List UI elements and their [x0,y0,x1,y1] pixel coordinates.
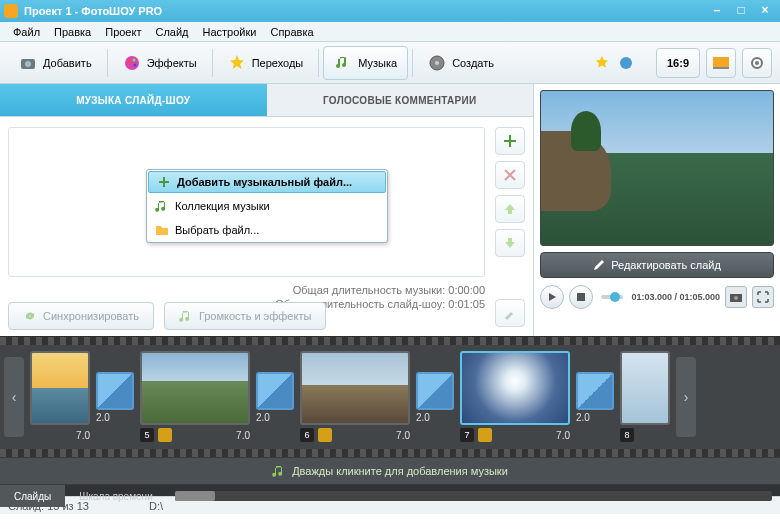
sync-button[interactable]: Синхронизировать [8,302,154,330]
remove-music-button[interactable] [495,161,525,189]
edit-icon [158,428,172,442]
maximize-button[interactable]: □ [730,3,752,19]
timeline-scrollbar[interactable] [175,491,772,501]
minimize-button[interactable]: – [706,3,728,19]
preview-panel [540,90,774,246]
music-button[interactable]: Музыка [323,46,408,80]
aspect-ratio-button[interactable]: 16:9 [656,48,700,78]
slide-item[interactable]: 67.0 [300,351,410,443]
dropdown-add-file[interactable]: Добавить музыкальный файл... [148,171,386,193]
close-button[interactable]: × [754,3,776,19]
folder-icon [155,223,169,237]
music-area: Добавить музыкальный файл... Коллекция м… [0,116,533,336]
svg-point-1 [25,61,31,67]
arrow-down-icon [503,236,517,250]
display-button[interactable] [706,48,736,78]
create-button[interactable]: Создать [417,46,505,80]
x-icon [503,168,517,182]
menu-slide[interactable]: Слайд [148,26,195,38]
sync-icon [23,309,37,323]
slide-item[interactable]: 57.0 [140,351,250,443]
slide-item[interactable]: 77.0 [460,351,570,443]
window-title: Проект 1 - ФотоШОУ PRO [24,5,162,17]
fullscreen-icon [757,291,769,303]
palette-icon [123,54,141,72]
transitions-button[interactable]: Переходы [217,46,315,80]
volume-effects-button[interactable]: Громкость и эффекты [164,302,326,330]
edit-slide-button[interactable]: Редактировать слайд [540,252,774,278]
add-music-dropdown: Добавить музыкальный файл... Коллекция м… [146,169,388,243]
svg-rect-9 [713,57,729,67]
monitor-icon [713,57,729,69]
menu-file[interactable]: Файл [6,26,47,38]
music-subtabs: МУЗЫКА СЛАЙД-ШОУ ГОЛОСОВЫЕ КОММЕНТАРИИ [0,84,533,116]
move-up-button[interactable] [495,195,525,223]
svg-point-2 [125,56,139,70]
slide-item[interactable]: 7.0 [30,351,90,443]
brush-icon [503,306,517,320]
camera-icon [730,292,742,302]
slide-count: Слайд: 13 из 13 [8,500,89,512]
music-icon [334,54,352,72]
fullscreen-button[interactable] [752,286,774,308]
tab-slideshow-music[interactable]: МУЗЫКА СЛАЙД-ШОУ [0,84,267,116]
svg-point-7 [435,61,439,65]
globe-icon[interactable] [618,55,634,71]
plus-icon [157,175,171,189]
music-icon [179,309,193,323]
star-icon [228,54,246,72]
music-track[interactable]: Дважды кликните для добавления музыки [0,457,780,485]
svg-point-8 [620,57,632,69]
edit-icon [318,428,332,442]
play-icon [547,292,557,302]
svg-rect-10 [713,67,729,69]
brush-button[interactable] [495,299,525,327]
arrow-up-icon [503,202,517,216]
svg-point-15 [734,296,738,300]
plus-icon [502,133,518,149]
timeline: ‹ 7.0 2.0 57.0 2.0 67.0 2.0 77.0 2.0 8 ›… [0,336,780,496]
menu-project[interactable]: Проект [98,26,148,38]
dropdown-choose-file[interactable]: Выбрать файл... [147,218,387,242]
transition-item[interactable]: 2.0 [576,372,614,423]
play-button[interactable] [540,285,564,309]
disc-icon [428,54,446,72]
titlebar: Проект 1 - ФотоШОУ PRO – □ × [0,0,780,22]
svg-point-3 [127,59,130,62]
svg-point-5 [133,63,136,66]
scroll-left-button[interactable]: ‹ [4,357,24,437]
stop-icon [577,293,585,301]
edit-icon [478,428,492,442]
transition-item[interactable]: 2.0 [416,372,454,423]
music-icon [272,464,286,478]
gear-icon [749,55,765,71]
tab-voice-comments[interactable]: ГОЛОСОВЫЕ КОММЕНТАРИИ [267,84,534,116]
music-icon [155,199,169,213]
svg-point-12 [755,61,759,65]
transition-item[interactable]: 2.0 [256,372,294,423]
move-down-button[interactable] [495,229,525,257]
settings-button[interactable] [742,48,772,78]
favorite-star-icon[interactable] [594,55,610,71]
slide-item[interactable]: 8 [620,351,670,443]
svg-rect-13 [577,293,585,301]
dropdown-collection[interactable]: Коллекция музыки [147,194,387,218]
seek-bar[interactable] [601,295,623,299]
file-path: D:\ [149,500,163,512]
playback-controls: 01:03.000 / 01:05.000 [540,284,774,310]
menu-edit[interactable]: Правка [47,26,98,38]
scroll-right-button[interactable]: › [676,357,696,437]
camera-icon [19,54,37,72]
snapshot-button[interactable] [725,286,747,308]
menu-help[interactable]: Справка [263,26,320,38]
stop-button[interactable] [569,285,593,309]
timecode: 01:03.000 / 01:05.000 [631,292,720,302]
transition-item[interactable]: 2.0 [96,372,134,423]
toolbar: Добавить Эффекты Переходы Музыка Создать… [0,42,780,84]
add-button[interactable]: Добавить [8,46,103,80]
menubar: Файл Правка Проект Слайд Настройки Справ… [0,22,780,42]
add-music-button[interactable] [495,127,525,155]
effects-button[interactable]: Эффекты [112,46,208,80]
menu-settings[interactable]: Настройки [196,26,264,38]
app-icon [4,4,18,18]
